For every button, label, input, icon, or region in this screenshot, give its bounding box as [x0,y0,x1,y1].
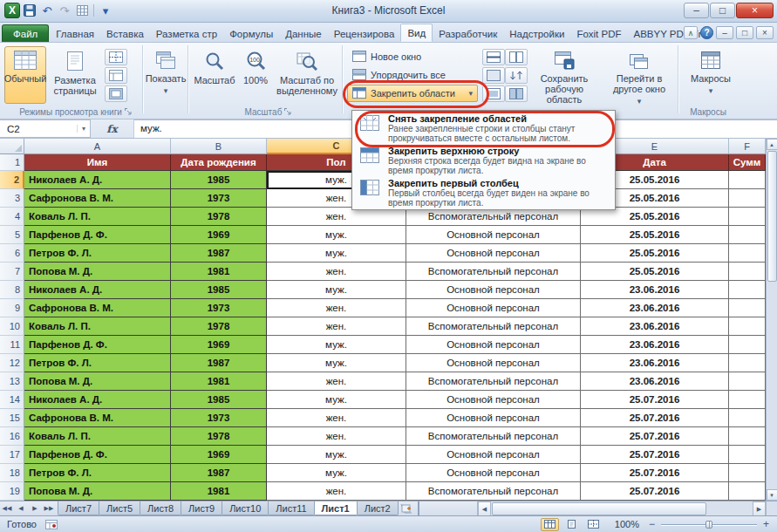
cell-B15[interactable]: 1973 [171,409,267,427]
scroll-up-icon[interactable]: ▲ [767,139,777,150]
workbook-minimize-button[interactable]: – [716,26,733,39]
horizontal-scrollbar[interactable]: ◀ ▶ [477,501,766,516]
cell-D12[interactable]: Основной персонал [406,354,581,372]
zoom-slider-thumb[interactable] [705,521,712,529]
cell-D6[interactable]: Основной персонал [406,244,581,263]
cell-A5[interactable]: Парфенов Д. Ф. [24,226,171,244]
split-window-icon[interactable] [482,49,505,65]
cell-A2[interactable]: Николаев А. Д. [24,171,171,189]
cell-C12[interactable]: муж. [267,354,406,372]
new-window-button[interactable]: Новое окно [347,48,478,65]
cell-E10[interactable]: 23.06.2016 [581,317,729,336]
cell-F4[interactable] [729,208,766,226]
cell-E12[interactable]: 23.06.2016 [581,354,729,372]
cell-A17[interactable]: Парфенов Д. Ф. [24,446,171,464]
freeze-menu-item-3[interactable]: Закрепить первый столбецПервый столбец в… [353,176,614,208]
cell-C19[interactable]: жен. [267,482,406,501]
cell-C11[interactable]: муж. [267,336,406,354]
cell-F13[interactable] [729,372,766,391]
row-header-7[interactable]: 7 [0,263,24,281]
cell-B19[interactable]: 1981 [171,482,267,501]
workbook-restore-button[interactable]: □ [736,26,753,39]
cell-B5[interactable]: 1969 [171,226,267,244]
ribbon-tab-Файл[interactable]: Файл [2,24,49,42]
scroll-left-icon[interactable]: ◀ [478,501,491,516]
freeze-panes-button[interactable]: Закрепить области ▾ [347,85,478,102]
cell-A7[interactable]: Попова М. Д. [24,263,171,281]
name-box[interactable]: C2 ▾ [0,119,91,138]
previous-sheet-button[interactable]: ◀ [14,501,28,515]
cell-A6[interactable]: Петров Ф. Л. [24,244,171,263]
normal-view-button[interactable]: Обычный [4,46,46,104]
hide-window-icon[interactable] [482,67,505,84]
cell-A14[interactable]: Николаев А. Д. [24,391,171,409]
view-side-by-side-icon[interactable] [505,49,528,65]
cell-F11[interactable] [729,336,766,354]
synchronous-scrolling-icon[interactable] [505,67,528,84]
sheet-tab-Лист11[interactable]: Лист11 [268,501,314,515]
sheet-tab-Лист9[interactable]: Лист9 [181,501,222,515]
cell-B17[interactable]: 1969 [171,446,267,464]
cell-F6[interactable] [729,244,766,263]
zoom-in-button[interactable]: + [760,518,772,530]
sheet-tab-Лист8[interactable]: Лист8 [140,501,181,515]
select-all-corner[interactable] [0,139,24,154]
cell-F9[interactable] [729,299,766,317]
cell-D18[interactable]: Основной персонал [406,464,581,482]
cell-E13[interactable]: 23.06.2016 [581,372,729,391]
row-header-10[interactable]: 10 [0,317,24,336]
cell-D17[interactable]: Основной персонал [406,446,581,464]
cell-F16[interactable] [729,427,766,446]
row-header-11[interactable]: 11 [0,336,24,354]
workbook-close-button[interactable]: × [756,26,774,39]
cell-C13[interactable]: жен. [267,372,406,391]
cell-D5[interactable]: Основной персонал [406,226,581,244]
header-cell-A1[interactable]: Имя [24,154,171,171]
name-box-dropdown-icon[interactable]: ▾ [77,125,90,133]
row-header-2[interactable]: 2 [0,171,24,189]
cell-C8[interactable]: муж. [267,281,406,299]
cell-F8[interactable] [729,281,766,299]
horizontal-scroll-track[interactable] [491,502,753,515]
ribbon-tab-Данные[interactable]: Данные [279,25,328,42]
sheet-tab-Лист5[interactable]: Лист5 [99,501,140,515]
last-sheet-button[interactable]: ▶▶ [42,501,56,515]
cell-F12[interactable] [729,354,766,372]
row-header-13[interactable]: 13 [0,372,24,391]
ribbon-tab-Формулы[interactable]: Формулы [223,25,279,42]
sheet-tab-Лист1[interactable]: Лист1 [314,501,358,515]
sheet-tab-Лист7[interactable]: Лист7 [58,501,99,515]
cell-E9[interactable]: 23.06.2016 [581,299,729,317]
row-header-5[interactable]: 5 [0,226,24,244]
unhide-window-icon[interactable] [482,85,505,102]
cell-D7[interactable]: Вспомогательный персонал [406,263,581,281]
page-layout-button[interactable]: Разметка страницы [50,46,100,104]
cell-A16[interactable]: Коваль Л. П. [24,427,171,446]
freeze-menu-item-2[interactable]: Закрепить верхнюю строкуВерхняя строка в… [353,144,614,176]
custom-views-icon[interactable] [105,67,127,84]
show-button[interactable]: Показать ▾ [146,46,186,104]
column-header-A[interactable]: A [24,139,171,154]
normal-view-toggle[interactable] [541,518,559,531]
column-header-F[interactable]: F [729,139,766,154]
cell-D4[interactable]: Вспомогательный персонал [406,208,581,226]
cell-F10[interactable] [729,317,766,336]
close-button[interactable]: × [736,3,774,18]
cell-A18[interactable]: Петров Ф. Л. [24,464,171,482]
cell-C15[interactable]: жен. [267,409,406,427]
cell-C5[interactable]: муж. [267,226,406,244]
cell-D13[interactable]: Вспомогательный персонал [406,372,581,391]
row-header-9[interactable]: 9 [0,299,24,317]
cell-A10[interactable]: Коваль Л. П. [24,317,171,336]
ribbon-tab-Надстройки[interactable]: Надстройки [503,25,570,42]
page-break-view-toggle[interactable] [584,518,603,531]
cell-F17[interactable] [729,446,766,464]
vertical-scrollbar[interactable]: ▲ ▼ [766,139,777,501]
cell-F2[interactable] [729,171,766,189]
row-header-14[interactable]: 14 [0,391,24,409]
cell-E5[interactable]: 25.05.2016 [581,226,729,244]
cell-E7[interactable]: 25.05.2016 [581,263,729,281]
ribbon-tab-Разработчик[interactable]: Разработчик [433,25,503,42]
insert-function-button[interactable]: fx [91,119,134,138]
cell-E6[interactable]: 25.05.2016 [581,244,729,263]
